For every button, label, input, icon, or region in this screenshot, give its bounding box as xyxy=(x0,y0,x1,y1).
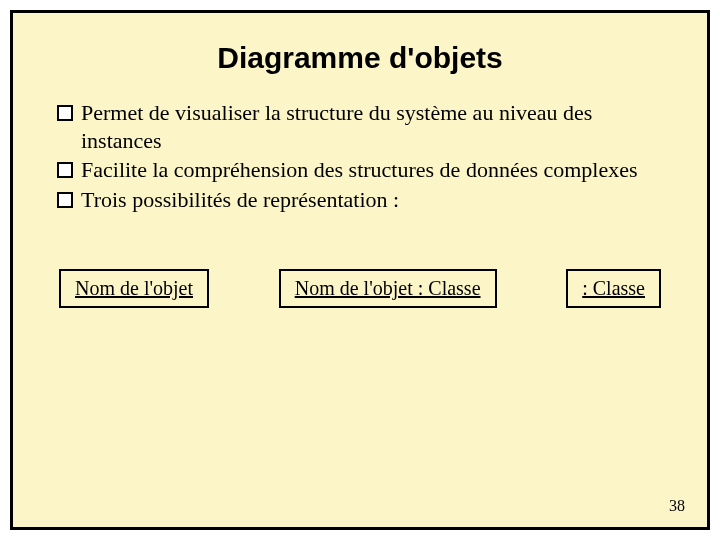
square-bullet-icon xyxy=(57,192,73,208)
slide: Diagramme d'objets Permet de visualiser … xyxy=(0,0,720,540)
slide-title: Diagramme d'objets xyxy=(51,41,669,75)
list-item: Permet de visualiser la structure du sys… xyxy=(57,99,665,154)
bullet-text: Trois possibilités de représentation : xyxy=(81,186,665,214)
square-bullet-icon xyxy=(57,105,73,121)
bullet-list: Permet de visualiser la structure du sys… xyxy=(51,99,669,213)
object-box-class-only: : Classe xyxy=(566,269,661,308)
representation-boxes: Nom de l'objet Nom de l'objet : Classe :… xyxy=(51,269,669,308)
list-item: Trois possibilités de représentation : xyxy=(57,186,665,214)
square-bullet-icon xyxy=(57,162,73,178)
object-box-name-only: Nom de l'objet xyxy=(59,269,209,308)
bullet-text: Facilite la compréhension des structures… xyxy=(81,156,665,184)
page-number: 38 xyxy=(669,497,685,515)
object-box-name-class: Nom de l'objet : Classe xyxy=(279,269,497,308)
list-item: Facilite la compréhension des structures… xyxy=(57,156,665,184)
bullet-text: Permet de visualiser la structure du sys… xyxy=(81,99,665,154)
slide-frame: Diagramme d'objets Permet de visualiser … xyxy=(10,10,710,530)
